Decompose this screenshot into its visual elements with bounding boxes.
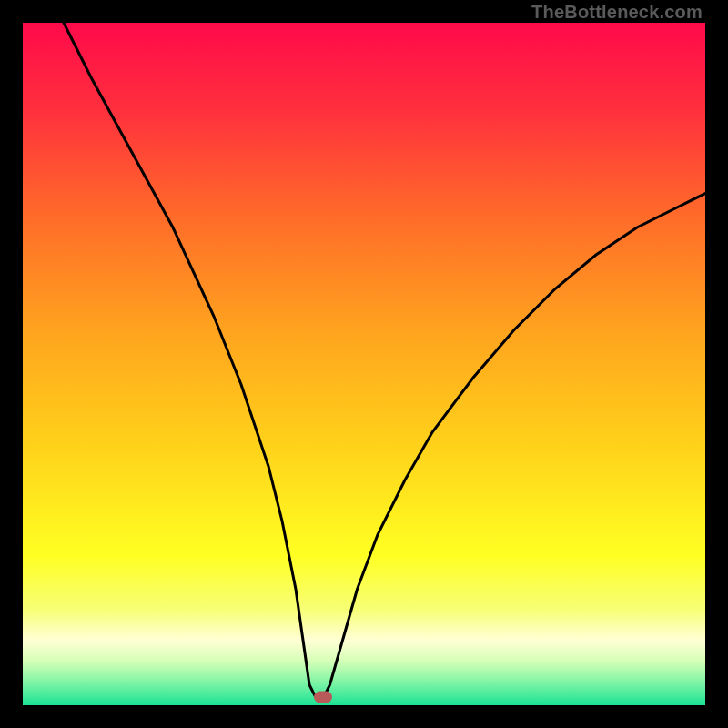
optimal-point-marker [314, 692, 332, 703]
plot-area [23, 23, 705, 705]
chart-frame: TheBottleneck.com [0, 0, 728, 728]
bottleneck-curve [64, 23, 705, 699]
watermark-text: TheBottleneck.com [531, 2, 703, 23]
curve-layer [23, 23, 705, 705]
